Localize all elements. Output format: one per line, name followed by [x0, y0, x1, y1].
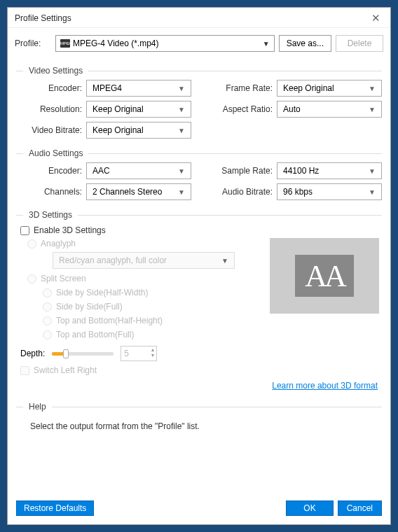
- resolution-select[interactable]: Keep Original▼: [86, 101, 191, 118]
- video-settings-title: Video Settings: [23, 66, 88, 76]
- titlebar: Profile Settings ✕: [8, 8, 390, 28]
- chevron-down-icon: ▼: [369, 167, 376, 175]
- audio-bitrate-select[interactable]: 96 kbps▼: [277, 183, 382, 200]
- slider-thumb-icon[interactable]: [63, 349, 69, 358]
- 3d-settings-section: 3D Settings Enable 3D Settings Anaglyph …: [16, 204, 382, 392]
- 3d-preview: AA: [270, 238, 379, 314]
- anaglyph-radio: [27, 239, 36, 248]
- chevron-down-icon: ▼: [369, 106, 376, 113]
- chevron-down-icon: ▼: [178, 85, 185, 92]
- video-encoder-select[interactable]: MPEG4▼: [86, 80, 191, 97]
- dialog-title: Profile Settings: [15, 13, 71, 23]
- close-icon[interactable]: ✕: [369, 12, 383, 24]
- audio-bitrate-label: Audio Bitrate:: [207, 187, 277, 197]
- 3d-settings-title: 3D Settings: [23, 210, 78, 220]
- dialog-footer: Restore Defaults OK Cancel: [8, 493, 390, 524]
- profile-settings-dialog: Profile Settings ✕ Profile: MPEG MPEG-4 …: [7, 7, 391, 525]
- tb-half-label: Top and Bottom(Half-Height): [56, 316, 163, 326]
- depth-slider[interactable]: [52, 352, 114, 356]
- chevron-down-icon: ▼: [178, 188, 185, 196]
- spinner-arrows-icon: ▲▼: [150, 347, 155, 358]
- help-section: Help Select the output format from the "…: [16, 396, 382, 438]
- framerate-label: Frame Rate:: [207, 83, 277, 93]
- chevron-down-icon: ▼: [178, 167, 185, 175]
- learn-more-link[interactable]: Learn more about 3D format: [272, 381, 378, 391]
- aspect-label: Aspect Ratio:: [207, 104, 277, 114]
- audio-encoder-label: Encoder:: [16, 166, 86, 176]
- chevron-down-icon: ▼: [369, 85, 376, 92]
- chevron-down-icon: ▼: [369, 188, 376, 196]
- chevron-down-icon: ▼: [263, 40, 270, 48]
- switch-lr-label: Switch Left Right: [34, 365, 97, 375]
- video-bitrate-select[interactable]: Keep Original▼: [86, 122, 191, 139]
- channels-select[interactable]: 2 Channels Stereo▼: [86, 183, 191, 200]
- resolution-label: Resolution:: [16, 104, 86, 114]
- video-encoder-label: Encoder:: [16, 83, 86, 93]
- switch-lr-checkbox: [20, 366, 29, 375]
- profile-row: Profile: MPEG MPEG-4 Video (*.mp4) ▼ Sav…: [8, 28, 390, 56]
- tb-full-label: Top and Bottom(Full): [56, 330, 134, 340]
- ok-button[interactable]: OK: [286, 500, 333, 516]
- video-settings-section: Video Settings Encoder: MPEG4▼ Frame Rat…: [16, 60, 382, 139]
- aspect-select[interactable]: Auto▼: [277, 101, 382, 118]
- anaglyph-label: Anaglyph: [41, 239, 76, 248]
- profile-value: MPEG-4 Video (*.mp4): [73, 38, 159, 48]
- profile-label: Profile:: [15, 38, 51, 48]
- depth-label: Depth:: [20, 349, 45, 358]
- tb-half-radio: [43, 316, 52, 326]
- sbs-full-label: Side by Side(Full): [56, 302, 123, 312]
- save-as-button[interactable]: Save as...: [279, 35, 331, 52]
- audio-settings-section: Audio Settings Encoder: AAC▼ Sample Rate…: [16, 143, 382, 200]
- chevron-down-icon: ▼: [178, 127, 185, 134]
- split-screen-radio: [27, 274, 36, 284]
- cancel-button[interactable]: Cancel: [338, 500, 382, 516]
- delete-button: Delete: [336, 35, 383, 52]
- help-title: Help: [23, 402, 52, 412]
- sbs-half-label: Side by Side(Half-Width): [56, 288, 148, 298]
- samplerate-select[interactable]: 44100 Hz▼: [277, 162, 382, 179]
- anaglyph-select: Red/cyan anaglyph, full color▼: [53, 252, 235, 269]
- audio-settings-title: Audio Settings: [23, 148, 88, 158]
- depth-spinner: 5 ▲▼: [121, 346, 157, 361]
- split-screen-label: Split Screen: [41, 274, 86, 284]
- preview-text: AA: [295, 255, 354, 297]
- mpeg-icon: MPEG: [60, 39, 70, 48]
- chevron-down-icon: ▼: [221, 257, 228, 265]
- restore-defaults-button[interactable]: Restore Defaults: [16, 500, 94, 516]
- channels-label: Channels:: [16, 187, 86, 197]
- enable-3d-checkbox[interactable]: [20, 226, 29, 235]
- help-text: Select the output format from the "Profi…: [16, 416, 382, 438]
- sbs-full-radio: [43, 302, 52, 312]
- chevron-down-icon: ▼: [178, 106, 185, 113]
- profile-select[interactable]: MPEG MPEG-4 Video (*.mp4) ▼: [55, 35, 275, 52]
- enable-3d-label: Enable 3D Settings: [34, 225, 106, 235]
- framerate-select[interactable]: Keep Original▼: [277, 80, 382, 97]
- samplerate-label: Sample Rate:: [207, 166, 277, 176]
- tb-full-radio: [43, 330, 52, 340]
- sbs-half-radio: [43, 288, 52, 298]
- video-bitrate-label: Video Bitrate:: [16, 125, 86, 135]
- audio-encoder-select[interactable]: AAC▼: [86, 162, 191, 179]
